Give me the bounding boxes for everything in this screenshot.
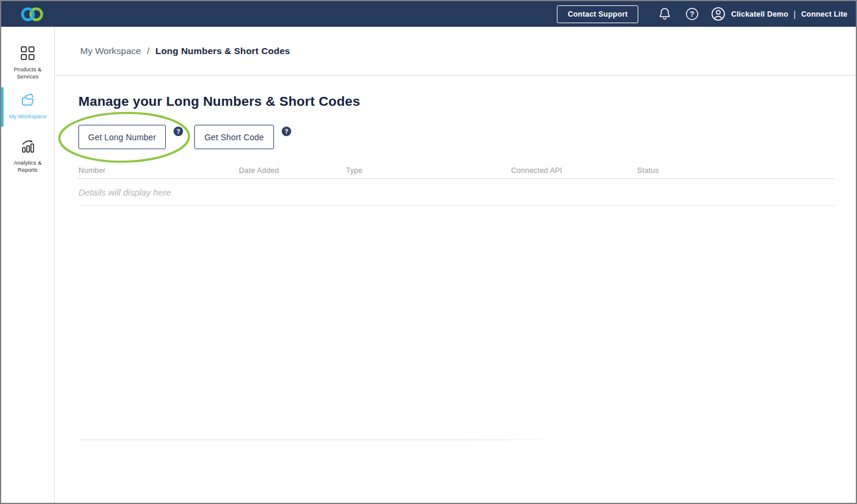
long-number-help-icon[interactable]: ? — [174, 127, 183, 136]
app-window: Contact Support ? Clic — [0, 0, 857, 504]
sidebar-item-products-services[interactable]: Products & Services — [1, 42, 54, 79]
short-code-help-icon[interactable]: ? — [282, 127, 291, 136]
breadcrumb-separator: / — [147, 46, 149, 56]
notifications-bell-icon[interactable] — [657, 7, 672, 21]
sidebar-item-label: Products & Services — [14, 66, 41, 80]
table-row-divider — [78, 205, 834, 206]
breadcrumb-parent-link[interactable]: My Workspace — [80, 46, 141, 56]
workspace-folder-icon — [20, 92, 36, 110]
sidebar-item-my-workspace[interactable]: My Workspace — [1, 89, 54, 125]
contact-support-button[interactable]: Contact Support — [557, 5, 638, 23]
product-name: Connect Lite — [801, 10, 847, 18]
top-navbar: Contact Support ? Clic — [1, 1, 856, 27]
sidebar-item-analytics-reports[interactable]: Analytics & Reports — [1, 135, 54, 172]
column-header-status: Status — [637, 166, 832, 175]
sidebar: Products & Services My Workspace — [1, 27, 55, 503]
sidebar-item-label: My Workspace — [9, 113, 46, 120]
help-question-icon[interactable]: ? — [685, 7, 699, 21]
svg-text:?: ? — [690, 10, 694, 18]
sidebar-item-label: Analytics & Reports — [14, 159, 42, 173]
column-header-number: Number — [78, 166, 239, 175]
analytics-bars-icon — [20, 138, 36, 156]
table-empty-message: Details will display here — [78, 187, 171, 197]
breadcrumb: My Workspace / Long Numbers & Short Code… — [55, 27, 856, 75]
table-header-divider — [78, 178, 834, 179]
get-long-number-button[interactable]: Get Long Number — [78, 125, 166, 149]
navbar-right-cluster: Contact Support ? Clic — [557, 5, 847, 23]
get-short-code-button[interactable]: Get Short Code — [194, 125, 274, 149]
actions-row: Get Long Number ? Get Short Code ? — [78, 125, 291, 149]
breadcrumb-current: Long Numbers & Short Codes — [156, 46, 291, 56]
table-header-row: Number Date Added Type Connected API Sta… — [78, 166, 832, 175]
column-header-type: Type — [346, 166, 511, 175]
clickatell-logo-icon — [19, 5, 45, 23]
products-grid-icon — [20, 46, 35, 63]
column-header-date-added: Date Added — [239, 166, 346, 175]
content-faint-divider — [78, 439, 575, 440]
account-name: Clickatell Demo — [731, 10, 788, 18]
nav-divider: | — [793, 10, 796, 19]
page-title: Manage your Long Numbers & Short Codes — [78, 94, 360, 109]
main-content: Manage your Long Numbers & Short Codes G… — [55, 76, 856, 503]
column-header-connected-api: Connected API — [511, 166, 637, 175]
user-avatar-icon[interactable] — [711, 7, 726, 21]
